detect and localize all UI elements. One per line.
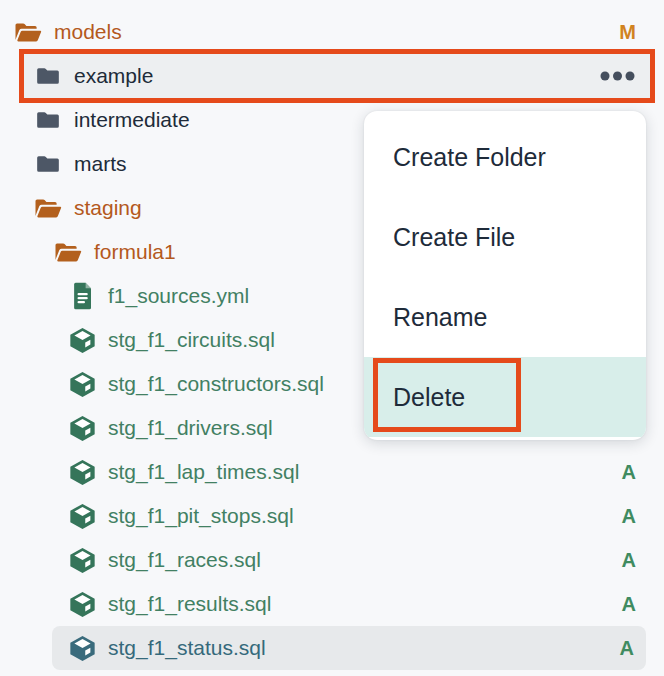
folder-icon bbox=[32, 153, 64, 175]
menu-item-create-folder[interactable]: Create Folder bbox=[364, 117, 646, 197]
status-badge: M bbox=[619, 21, 636, 44]
file-explorer: models M example intermediate marts stag… bbox=[0, 0, 664, 676]
folder-open-icon bbox=[32, 196, 64, 221]
tree-item-label: stg_f1_status.sql bbox=[108, 636, 266, 660]
tree-item-label: stg_f1_drivers.sql bbox=[108, 416, 273, 440]
menu-item-delete[interactable]: Delete bbox=[364, 357, 646, 437]
menu-item-create-file[interactable]: Create File bbox=[364, 197, 646, 277]
tree-item-example[interactable]: example bbox=[24, 54, 650, 98]
model-cube-icon bbox=[66, 326, 98, 355]
tree-item-label: models bbox=[54, 20, 122, 44]
menu-item-label: Rename bbox=[393, 303, 488, 332]
model-cube-icon bbox=[66, 414, 98, 443]
tree-item-label: marts bbox=[74, 152, 127, 176]
tree-item-stg-f1-races-sql[interactable]: stg_f1_races.sql A bbox=[0, 538, 664, 582]
tree-item-stg-f1-pit-stops-sql[interactable]: stg_f1_pit_stops.sql A bbox=[0, 494, 664, 538]
model-cube-icon bbox=[66, 370, 98, 399]
tree-item-stg-f1-lap-times-sql[interactable]: stg_f1_lap_times.sql A bbox=[0, 450, 664, 494]
tree-item-label: intermediate bbox=[74, 108, 190, 132]
tree-item-label: f1_sources.yml bbox=[108, 284, 249, 308]
tree-item-label: formula1 bbox=[94, 240, 176, 264]
menu-item-label: Create Folder bbox=[393, 143, 546, 172]
status-badge: A bbox=[622, 461, 636, 484]
model-cube-icon bbox=[66, 590, 98, 619]
tree-item-label: staging bbox=[74, 196, 142, 220]
ellipsis-icon[interactable] bbox=[600, 71, 640, 81]
tree-item-label: stg_f1_results.sql bbox=[108, 592, 271, 616]
tree-item-label: stg_f1_races.sql bbox=[108, 548, 261, 572]
model-cube-icon bbox=[66, 458, 98, 487]
model-cube-icon bbox=[66, 634, 98, 663]
model-cube-icon bbox=[66, 502, 98, 531]
yml-file-icon bbox=[66, 281, 98, 311]
tree-item-models[interactable]: models M bbox=[0, 10, 664, 54]
status-badge: A bbox=[622, 593, 636, 616]
tree-item-label: stg_f1_lap_times.sql bbox=[108, 460, 299, 484]
status-badge: A bbox=[622, 505, 636, 528]
menu-item-rename[interactable]: Rename bbox=[364, 277, 646, 357]
tree-item-label: stg_f1_circuits.sql bbox=[108, 328, 275, 352]
model-cube-icon bbox=[66, 546, 98, 575]
folder-open-icon bbox=[12, 20, 44, 45]
folder-icon bbox=[32, 65, 64, 87]
folder-icon bbox=[32, 109, 64, 131]
menu-item-label: Create File bbox=[393, 223, 515, 252]
status-badge: A bbox=[620, 637, 634, 660]
tree-item-label: stg_f1_pit_stops.sql bbox=[108, 504, 294, 528]
tree-item-label: stg_f1_constructors.sql bbox=[108, 372, 324, 396]
folder-open-icon bbox=[52, 240, 84, 265]
context-menu: Create Folder Create File Rename Delete bbox=[364, 111, 646, 440]
menu-item-label: Delete bbox=[393, 383, 465, 412]
tree-item-stg-f1-results-sql[interactable]: stg_f1_results.sql A bbox=[0, 582, 664, 626]
tree-item-stg-f1-status-sql[interactable]: stg_f1_status.sql A bbox=[52, 626, 646, 670]
status-badge: A bbox=[622, 549, 636, 572]
tree-item-label: example bbox=[74, 64, 153, 88]
